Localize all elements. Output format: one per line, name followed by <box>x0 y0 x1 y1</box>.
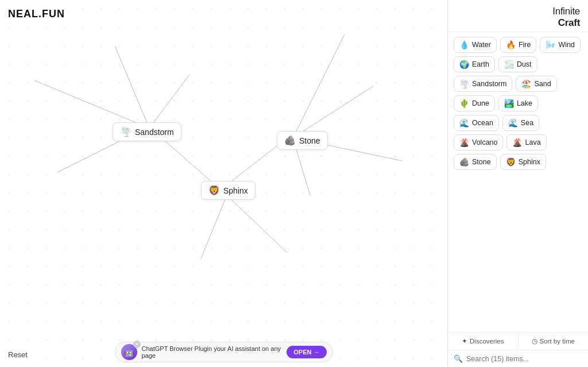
ic-infinite: Infinite <box>552 6 580 17</box>
element-chip-fire[interactable]: 🔥Fire <box>500 37 537 53</box>
search-bar: 🔍 <box>448 350 588 367</box>
element-chip-sand[interactable]: 🏖️Sand <box>516 76 556 92</box>
tab-discoveries[interactable]: ✦ Discoveries <box>448 333 518 350</box>
ad-open-button[interactable]: OPEN → <box>287 346 326 358</box>
discoveries-icon: ✦ <box>462 337 467 345</box>
svg-line-7 <box>293 34 345 138</box>
ad-text: ChatGPT Browser Plugin your AI assistant… <box>142 345 283 359</box>
svg-line-8 <box>201 195 227 258</box>
dust-chip-label: Dust <box>517 60 532 68</box>
sandstorm-label: Sandstorm <box>135 128 174 137</box>
canvas[interactable]: NEAL.FUN 🌪️ Sandstorm 🪨 <box>0 0 447 367</box>
stone-chip-emoji: 🪨 <box>459 157 469 167</box>
svg-line-4 <box>115 46 149 128</box>
wind-chip-emoji: 🌬️ <box>546 40 555 49</box>
sphinx-emoji: 🦁 <box>208 185 220 196</box>
element-chip-dune[interactable]: 🌵Dune <box>454 95 495 111</box>
sidebar-bottom: ✦ Discoveries ◷ Sort by time 🔍 <box>448 332 588 367</box>
ocean-chip-emoji: 🌊 <box>459 118 469 128</box>
elements-grid: 💧Water🔥Fire🌬️Wind🌍Earth🌫️Dust🌪️Sandstorm… <box>448 32 588 332</box>
stone-emoji: 🪨 <box>284 135 296 146</box>
volcano-chip-emoji: 🌋 <box>459 138 469 147</box>
svg-line-2 <box>34 80 149 128</box>
ic-craft: Craft <box>552 17 580 29</box>
canvas-element-stone[interactable]: 🪨 Stone <box>277 131 328 150</box>
sphinx-label: Sphinx <box>223 186 248 195</box>
sidebar: Infinite Craft 💧Water🔥Fire🌬️Wind🌍Earth🌫️… <box>447 0 588 367</box>
sidebar-tabs: ✦ Discoveries ◷ Sort by time <box>448 333 588 350</box>
element-chip-ocean[interactable]: 🌊Ocean <box>454 115 499 131</box>
fire-chip-emoji: 🔥 <box>506 40 516 49</box>
earth-chip-emoji: 🌍 <box>459 60 469 69</box>
svg-line-10 <box>149 75 189 128</box>
wind-chip-label: Wind <box>558 41 574 49</box>
sphinx-chip-emoji: 🦁 <box>506 157 516 167</box>
ic-title: Infinite Craft <box>552 6 580 28</box>
element-chip-stone[interactable]: 🪨Stone <box>454 154 497 170</box>
element-chip-earth[interactable]: 🌍Earth <box>454 56 495 72</box>
lava-chip-label: Lava <box>525 138 540 146</box>
sandstorm-emoji: 🌪️ <box>120 126 131 137</box>
element-chip-water[interactable]: 💧Water <box>454 37 497 53</box>
sort-icon: ◷ <box>532 337 537 345</box>
element-chip-wind[interactable]: 🌬️Wind <box>540 37 580 53</box>
sphinx-chip-label: Sphinx <box>519 158 540 166</box>
water-chip-label: Water <box>472 41 491 49</box>
dune-chip-emoji: 🌵 <box>459 99 469 108</box>
element-chip-dust[interactable]: 🌫️Dust <box>498 56 537 72</box>
logo: NEAL.FUN <box>8 8 65 20</box>
dune-chip-label: Dune <box>472 99 489 107</box>
element-chip-lake[interactable]: 🏞️Lake <box>498 95 538 111</box>
canvas-element-sphinx[interactable]: 🦁 Sphinx <box>201 181 256 200</box>
app: NEAL.FUN 🌪️ Sandstorm 🪨 <box>0 0 588 367</box>
lava-chip-emoji: 🌋 <box>512 138 522 147</box>
canvas-element-sandstorm[interactable]: 🌪️ Sandstorm <box>113 122 181 141</box>
water-chip-emoji: 💧 <box>459 40 469 49</box>
svg-line-9 <box>227 195 287 253</box>
stone-chip-label: Stone <box>472 158 491 166</box>
element-chip-volcano[interactable]: 🌋Volcano <box>454 134 503 150</box>
lake-chip-label: Lake <box>517 99 532 107</box>
fire-chip-label: Fire <box>519 41 531 49</box>
sand-chip-label: Sand <box>534 80 551 88</box>
ad-close-button[interactable]: ✕ <box>133 341 141 348</box>
stone-label: Stone <box>299 136 320 145</box>
svg-line-5 <box>293 86 373 138</box>
sea-chip-emoji: 🌊 <box>508 118 518 128</box>
discoveries-label: Discoveries <box>470 338 504 345</box>
sidebar-header: Infinite Craft <box>448 0 588 32</box>
search-input[interactable] <box>466 355 582 363</box>
search-icon: 🔍 <box>454 354 463 363</box>
element-chip-sphinx[interactable]: 🦁Sphinx <box>500 154 546 170</box>
tab-sort-by-time[interactable]: ◷ Sort by time <box>518 333 589 350</box>
earth-chip-label: Earth <box>472 60 489 68</box>
svg-line-1 <box>230 142 281 183</box>
sea-chip-label: Sea <box>521 119 533 127</box>
sort-label: Sort by time <box>540 338 575 345</box>
ocean-chip-label: Ocean <box>472 119 493 127</box>
reset-button[interactable]: Reset <box>8 350 28 359</box>
volcano-chip-label: Volcano <box>472 138 497 146</box>
element-chip-sea[interactable]: 🌊Sea <box>502 115 539 131</box>
sand-chip-emoji: 🏖️ <box>521 79 531 88</box>
sandstorm-chip-label: Sandstorm <box>472 80 506 88</box>
element-chip-sandstorm[interactable]: 🌪️Sandstorm <box>454 76 512 92</box>
lake-chip-emoji: 🏞️ <box>504 99 514 108</box>
element-chip-lava[interactable]: 🌋Lava <box>506 134 546 150</box>
ad-banner: 🤖 ✕ ChatGPT Browser Plugin your AI assis… <box>115 342 333 362</box>
sandstorm-chip-emoji: 🌪️ <box>459 79 469 88</box>
dust-chip-emoji: 🌫️ <box>504 60 514 69</box>
